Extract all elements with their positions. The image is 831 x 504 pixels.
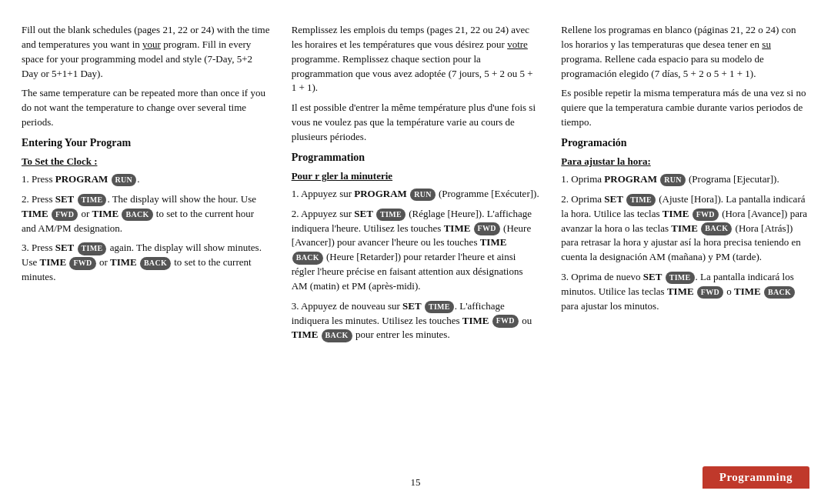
col3-para2: Es posible repetir la misma temperatura … [561,86,809,130]
col2-step1: 1. Appuyez sur PROGRAM RUN (Programme [E… [292,187,540,202]
badge-time-3: TIME [376,209,405,222]
col2-para1: Remplissez les emplois du temps (pages 2… [292,23,540,95]
badge-fwd-1: FWD [52,209,78,222]
col2-para2: Il est possible d'entrer la même tempéra… [292,101,540,145]
badge-fwd-3: FWD [474,222,500,235]
col1-para2: The same temperature can be repeated mor… [22,86,270,130]
badge-time-6: TIME [666,272,695,285]
col1-step2: 2. Press SET TIME. The display will show… [22,192,270,236]
badge-run-3: RUN [660,174,686,187]
badge-time-4: TIME [425,301,454,314]
badge-back-4: BACK [322,329,352,342]
col2-step3: 3. Appuyez de nouveau sur SET TIME. L'af… [292,299,540,343]
column-1: Fill out the blank schedules (pages 21, … [22,23,281,459]
badge-fwd-5: FWD [692,209,719,222]
col1-step3: 3. Press SET TIME again. The display wil… [22,241,270,285]
badge-fwd-2: FWD [69,257,95,270]
col3-subheading1: Para ajustar la hora: [561,155,809,169]
col1-para1: Fill out the blank schedules (pages 21, … [22,23,270,81]
page-container: Fill out the blank schedules (pages 21, … [0,0,831,504]
badge-run-2: RUN [410,189,436,202]
badge-time-1: TIME [78,194,107,207]
col2-subheading1: Pour r gler la minuterie [292,169,540,184]
tab-label: Programming [703,466,809,489]
page-number: 15 [284,476,546,489]
col1-step1: 1. Press PROGRAM RUN. [22,172,270,187]
badge-time-5: TIME [626,194,656,207]
col2-step2: 2. Appuyez sur SET TIME (Réglage [Heure]… [292,207,540,294]
column-2: Remplissez les emplois du temps (pages 2… [281,23,551,459]
col3-step2: 2. Oprima SET TIME (Ajuste [Hora]). La p… [561,192,809,265]
columns-layout: Fill out the blank schedules (pages 21, … [22,23,809,459]
badge-back-2: BACK [140,257,171,270]
col3-step3: 3. Oprima de nuevo SET TIME. La pantalla… [561,270,809,314]
col2-heading1: Programmation [292,150,540,165]
column-3: Rellene los programas en blanco (páginas… [550,23,809,459]
badge-back-1: BACK [122,209,152,222]
col1-subheading1: To Set the Clock : [22,155,270,169]
badge-fwd-4: FWD [492,315,519,328]
col3-step1: 1. Oprima PROGRAM RUN (Programa [Ejecuta… [561,172,809,187]
col1-heading1: Entering Your Program [22,135,270,151]
col3-para1: Rellene los programas en blanco (páginas… [561,23,809,81]
badge-run-1: RUN [112,174,137,187]
badge-time-2: TIME [78,242,107,255]
page-footer: 15 Programming [22,462,809,489]
badge-fwd-6: FWD [697,286,723,299]
badge-back-6: BACK [764,286,795,299]
badge-back-3: BACK [292,252,323,265]
badge-back-5: BACK [701,222,732,235]
col3-heading1: Programación [561,135,809,151]
